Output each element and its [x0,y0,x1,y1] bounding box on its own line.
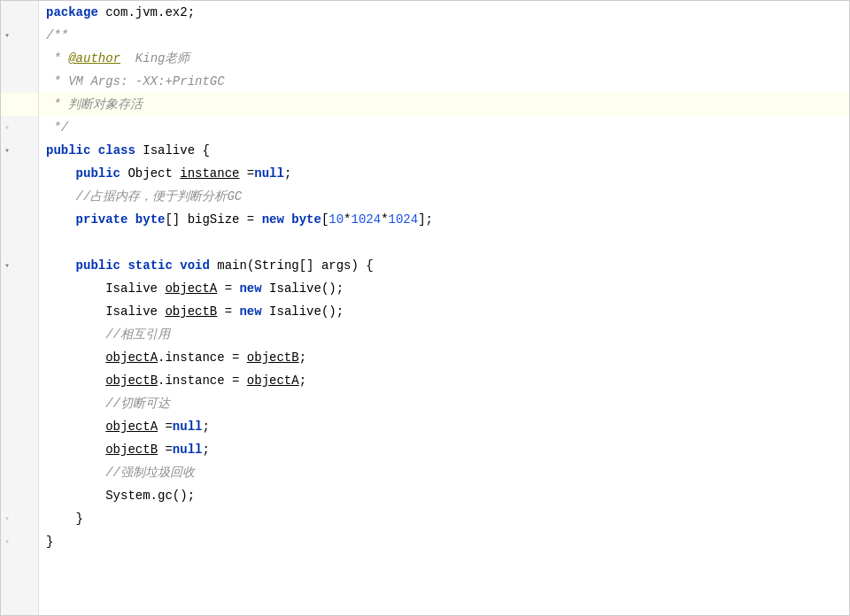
token-plain: * [381,212,388,227]
code-line: Isalive objectA = new Isalive(); [39,277,849,300]
gutter-row: ▾ [1,507,38,530]
fold-marker[interactable]: ▾ [1,260,13,271]
token-plain [46,466,105,480]
code-line: private byte[] bigSize = new byte[10*102… [39,208,849,231]
token-kw: public [76,258,120,273]
token-kw: new [239,281,261,296]
token-plain [128,212,135,227]
gutter-row [1,300,38,323]
code-line: System.gc(); [39,484,849,507]
token-plain [46,350,105,365]
fold-marker[interactable]: ▾ [1,145,13,156]
token-comment: /** [46,28,68,42]
token-kw: package [46,5,98,19]
editor-container: ▾▾▾▾▾▾package com.jvm.ex2;/** * @author … [0,0,850,616]
token-kw: byte [135,212,166,227]
gutter-row: ▾ [1,24,38,47]
token-plain: = [217,304,239,319]
code-line: /** [39,24,849,47]
gutter-row: ▾ [1,530,38,553]
token-comment: */ [46,120,68,135]
gutter-row [1,415,38,438]
gutter-row [1,208,38,231]
token-plain [46,258,76,273]
token-plain: com.jvm.ex2; [98,5,195,19]
code-line: //切断可达 [39,392,849,415]
gutter-row: ▾ [1,139,38,162]
token-plain: } [46,512,83,526]
code-line [39,231,849,254]
gutter-row [1,461,38,484]
gutter-row [1,185,38,208]
token-kw: public [76,166,120,181]
code-line: package com.jvm.ex2; [39,1,849,24]
token-plain: Isalive [46,281,165,296]
token-kw: new [262,212,284,227]
token-var: objectA [165,281,217,296]
token-plain: ; [284,166,291,181]
code-area: ▾▾▾▾▾▾package com.jvm.ex2;/** * @author … [1,1,849,615]
gutter-row [1,323,38,346]
token-plain: = [217,281,239,296]
token-plain: = [239,166,254,181]
token-number: 10 [328,212,344,227]
token-kw: class [98,143,135,158]
token-comment: //切断可达 [105,396,170,412]
token-comment: * 判断对象存活 [46,96,143,112]
token-number: 1024 [352,212,382,227]
token-plain: * [344,212,351,227]
token-plain: ; [202,420,209,434]
fold-marker[interactable]: ▾ [1,122,13,133]
token-plain [46,166,76,181]
token-null-val: null [254,166,284,181]
token-plain: Isalive(); [262,281,344,296]
token-plain: = [158,420,173,434]
token-plain: Isalive(); [262,304,344,319]
gutter-row [1,392,38,415]
code-line: * VM Args: -XX:+PrintGC [39,70,849,93]
token-plain: [] bigSize = [165,212,261,227]
token-comment: //占据内存，便于判断分析GC [76,189,243,204]
code-line: objectA =null; [39,415,849,438]
token-plain: Isalive { [135,143,210,158]
token-comment: //强制垃圾回收 [105,465,195,481]
token-plain [46,420,105,434]
fold-marker[interactable]: ▾ [1,536,13,547]
gutter-row [1,277,38,300]
token-plain: ; [202,443,209,457]
token-comment: * VM Args: -XX:+PrintGC [46,74,225,89]
token-var: objectA [247,373,299,388]
fold-marker[interactable]: ▾ [1,30,13,41]
gutter-row [1,47,38,70]
code-line: public Object instance =null; [39,162,849,185]
code-line: */ [39,116,849,139]
token-plain: = [158,443,173,457]
code-line: //相互引用 [39,323,849,346]
gutter-row [1,231,38,254]
token-plain: ; [299,350,306,365]
gutter-row: ▾ [1,116,38,139]
token-comment: //相互引用 [105,327,170,343]
code-line: objectB =null; [39,438,849,461]
token-null-val: null [173,443,203,457]
token-plain [46,443,105,457]
token-plain [46,212,76,227]
token-null-val: null [173,420,203,434]
token-plain: } [46,535,53,549]
code-line: objectA.instance = objectB; [39,346,849,369]
token-kw: void [180,258,210,273]
token-plain [120,258,128,273]
code-line: } [39,507,849,530]
fold-marker[interactable]: ▾ [1,513,13,524]
token-var: objectB [165,304,217,319]
token-kw: new [239,304,261,319]
token-plain [46,189,76,204]
token-plain: [ [321,212,328,227]
token-plain: Isalive [46,304,165,319]
token-var: objectA [105,350,158,365]
token-annotation: @author [68,51,120,65]
token-kw: private [76,212,128,227]
token-kw: static [128,258,172,273]
code-line: Isalive objectB = new Isalive(); [39,300,849,323]
code-line: } [39,530,849,553]
